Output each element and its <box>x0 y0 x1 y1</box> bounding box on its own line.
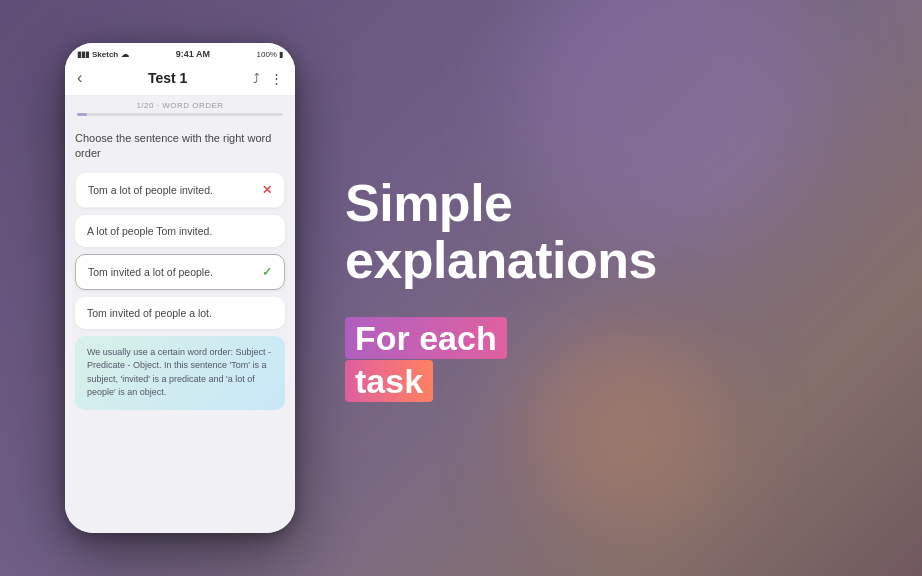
phone-mockup: ▮▮▮ Sketch ☁ 9:41 AM 100% ▮ ‹ Test 1 ⤴ <box>65 43 295 533</box>
wifi-icon: ☁ <box>121 50 129 59</box>
headline-line2: explanations <box>345 231 657 289</box>
quiz-content: Choose the sentence with the right word … <box>65 121 295 533</box>
headline: Simple explanations <box>345 175 872 289</box>
status-battery: 100% ▮ <box>257 50 283 59</box>
status-bar: ▮▮▮ Sketch ☁ 9:41 AM 100% ▮ <box>65 43 295 63</box>
correct-icon-3: ✓ <box>262 265 272 279</box>
answer-option-3[interactable]: Tom invited a lot of people. ✓ <box>75 254 285 290</box>
tagline-wrapper: For each task <box>345 319 872 401</box>
answer-text-3: Tom invited a lot of people. <box>88 266 262 278</box>
answer-option-1[interactable]: Tom a lot of people invited. ✕ <box>75 172 285 208</box>
answer-text-1: Tom a lot of people invited. <box>88 184 262 196</box>
progress-label: 1/20 · WORD ORDER <box>77 101 283 110</box>
carrier-name: Sketch <box>92 50 118 59</box>
nav-actions: ⤴ ⋮ <box>253 71 283 86</box>
progress-section: 1/20 · WORD ORDER <box>65 96 295 121</box>
explanation-text: We usually use a certain word order: Sub… <box>87 346 273 400</box>
tagline-highlight-2: task <box>345 360 433 402</box>
more-icon[interactable]: ⋮ <box>270 71 283 86</box>
tagline-line1: For each <box>345 319 507 358</box>
wrong-icon-1: ✕ <box>262 183 272 197</box>
nav-bar: ‹ Test 1 ⤴ ⋮ <box>65 63 295 96</box>
battery-percent: 100% <box>257 50 277 59</box>
headline-line1: Simple <box>345 174 513 232</box>
phone-container: ▮▮▮ Sketch ☁ 9:41 AM 100% ▮ ‹ Test 1 ⤴ <box>65 43 295 533</box>
status-time: 9:41 AM <box>176 49 210 59</box>
tagline-line2: task <box>345 362 433 401</box>
status-carrier: ▮▮▮ Sketch ☁ <box>77 50 129 59</box>
explanation-box: We usually use a certain word order: Sub… <box>75 336 285 410</box>
screen-title: Test 1 <box>148 70 187 86</box>
answer-option-2[interactable]: A lot of people Tom invited. <box>75 215 285 247</box>
battery-icon: ▮ <box>279 50 283 59</box>
page-wrapper: ▮▮▮ Sketch ☁ 9:41 AM 100% ▮ ‹ Test 1 ⤴ <box>0 0 922 576</box>
question-text: Choose the sentence with the right word … <box>75 131 285 162</box>
signal-bars: ▮▮▮ <box>77 50 89 59</box>
back-button[interactable]: ‹ <box>77 69 82 87</box>
share-icon[interactable]: ⤴ <box>253 71 260 86</box>
progress-bar-fill <box>77 113 87 116</box>
answer-text-4: Tom invited of people a lot. <box>87 307 273 319</box>
answer-text-2: A lot of people Tom invited. <box>87 225 273 237</box>
progress-bar-track <box>77 113 283 116</box>
answer-option-4[interactable]: Tom invited of people a lot. <box>75 297 285 329</box>
back-icon: ‹ <box>77 69 82 87</box>
right-content: Simple explanations For each task <box>295 135 922 442</box>
tagline-highlight-1: For each <box>345 317 507 359</box>
